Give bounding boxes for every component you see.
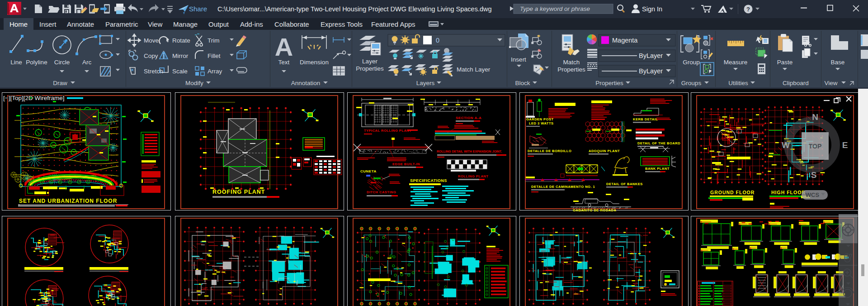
svg-text:S: S — [811, 170, 817, 180]
svg-text:Draw: Draw — [53, 80, 67, 86]
svg-text:Scale: Scale — [172, 68, 188, 75]
svg-text:Move: Move — [144, 37, 159, 44]
svg-text:0: 0 — [436, 37, 439, 44]
svg-text:ADOQUIN PLANT: ADOQUIN PLANT — [589, 149, 620, 153]
svg-text:DETAIL OF BANKES: DETAIL OF BANKES — [606, 182, 643, 186]
svg-text:SPECIFICATIONS: SPECIFICATIONS — [410, 178, 447, 183]
svg-text:Insert: Insert — [511, 56, 526, 63]
svg-text:Stretch: Stretch — [144, 68, 163, 75]
svg-text:Annotation: Annotation — [291, 80, 321, 86]
svg-text:CUNETA: CUNETA — [360, 169, 377, 173]
svg-text:TOP: TOP — [809, 143, 822, 150]
svg-text:Utilities: Utilities — [728, 80, 748, 86]
svg-text:Polyline: Polyline — [26, 59, 47, 66]
svg-text:ROLLING DETAIL WITH EXPANSION: ROLLING DETAIL WITH EXPANSION JOINT. — [437, 150, 502, 153]
svg-text:Base: Base — [831, 59, 845, 66]
svg-text:Block: Block — [515, 80, 530, 86]
svg-text:Clipboard: Clipboard — [783, 80, 809, 86]
svg-text:W: W — [782, 140, 790, 150]
svg-text:Trim: Trim — [208, 37, 220, 44]
svg-text:Line: Line — [10, 59, 22, 66]
svg-text:E: E — [842, 140, 848, 150]
svg-text:Dimension: Dimension — [300, 59, 329, 66]
svg-text:Fillet: Fillet — [208, 53, 221, 59]
svg-text:DETALLE DE BORDILLO: DETALLE DE BORDILLO — [528, 149, 571, 153]
svg-text:Match: Match — [563, 59, 580, 66]
svg-text:N: N — [812, 112, 818, 122]
svg-text:Text: Text — [278, 59, 290, 66]
svg-text:Properties: Properties — [557, 66, 585, 73]
svg-text:Properties: Properties — [595, 80, 623, 86]
svg-text:BANK PLANT: BANK PLANT — [645, 167, 670, 171]
svg-text:Layer: Layer — [362, 58, 377, 65]
svg-text:Array: Array — [208, 68, 222, 75]
svg-text:Circle: Circle — [54, 59, 70, 66]
svg-text:Measure: Measure — [724, 59, 748, 66]
svg-text:Rotate: Rotate — [172, 37, 190, 44]
svg-text:GROUND FLOOR: GROUND FLOOR — [710, 190, 755, 195]
svg-text:Groups: Groups — [681, 80, 702, 86]
svg-text:KERB DETAIL: KERB DETAIL — [633, 117, 658, 121]
svg-text:DETAIL OF THE BOARD: DETAIL OF THE BOARD — [637, 141, 680, 145]
svg-text:View: View — [824, 80, 837, 86]
svg-text:GABARITO DE RODADA: GABARITO DE RODADA — [573, 208, 616, 212]
svg-text:EDGE BUILT-IN: EDGE BUILT-IN — [392, 162, 420, 166]
svg-text:?: ? — [746, 6, 750, 13]
svg-text:Layers: Layers — [416, 80, 435, 86]
svg-text:WCS: WCS — [806, 191, 820, 198]
svg-text:TYPICAL ROLLING PLANT: TYPICAL ROLLING PLANT — [364, 129, 411, 133]
svg-text:ByLayer: ByLayer — [639, 52, 663, 59]
svg-text:SET AND URBANIZATION FLOOR: SET AND URBANIZATION FLOOR — [19, 198, 117, 204]
svg-text:LED 3 WATTS: LED 3 WATTS — [529, 121, 554, 125]
svg-text:Modify: Modify — [185, 80, 203, 86]
svg-text:HIGH FLOOR: HIGH FLOOR — [771, 190, 806, 195]
svg-text:ROLLING PLANT: ROLLING PLANT — [458, 174, 488, 178]
svg-text:ByLayer: ByLayer — [639, 67, 663, 75]
svg-text:Magenta: Magenta — [612, 37, 638, 44]
svg-text:Copy: Copy — [144, 53, 158, 59]
svg-text:Arc: Arc — [82, 59, 92, 66]
svg-text:DITCH CASTING: DITCH CASTING — [367, 190, 396, 194]
svg-text:SECTION A-A: SECTION A-A — [456, 116, 481, 120]
svg-text:Group: Group — [683, 59, 700, 66]
svg-text:ROOFING PLANT: ROOFING PLANT — [212, 189, 265, 195]
svg-text:Properties: Properties — [356, 65, 384, 72]
svg-text:Mirror: Mirror — [172, 53, 189, 59]
svg-text:DETALLE DE CAMINAMENTO NO. 1: DETALLE DE CAMINAMENTO NO. 1 — [531, 185, 595, 189]
svg-text:[−][Top][2D Wireframe]: [−][Top][2D Wireframe] — [3, 95, 64, 101]
svg-text:Match Layer: Match Layer — [457, 66, 491, 73]
svg-text:A: A — [275, 33, 293, 61]
svg-text:Paste: Paste — [777, 59, 793, 66]
